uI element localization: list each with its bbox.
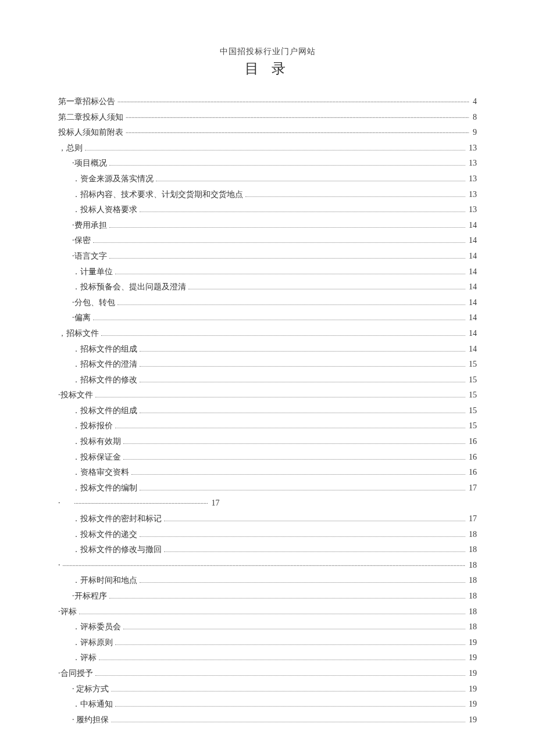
toc-entry: ．投标预备会、提出问题及澄清14 bbox=[58, 280, 477, 295]
toc-entry-text: · 定标方式 bbox=[72, 682, 109, 697]
toc-entry-page: 15 bbox=[468, 372, 477, 388]
toc-leader bbox=[109, 598, 466, 599]
toc-entry-page: 17 bbox=[468, 511, 477, 527]
toc-entry-text: ·开标程序 bbox=[72, 589, 107, 604]
toc-entry-page: 15 bbox=[468, 388, 477, 403]
toc-entry-page: 14 bbox=[468, 280, 477, 295]
toc-entry-text: ．招标文件的组成 bbox=[72, 342, 137, 357]
toc-entry-text: ．投标文件的递交 bbox=[72, 527, 137, 543]
toc-entry-text: 第二章投标人须知 bbox=[58, 110, 123, 126]
toc-entry-page: 18 bbox=[468, 589, 477, 604]
toc-entry-page: 17 bbox=[211, 496, 220, 511]
toc-entry-text: ．投标保证金 bbox=[72, 450, 121, 465]
toc-leader bbox=[123, 459, 465, 460]
toc-entry: ．投标文件的密封和标记17 bbox=[58, 511, 477, 527]
toc-leader bbox=[117, 96, 469, 104]
toc-entry-page: 15 bbox=[468, 357, 477, 372]
toc-leader bbox=[85, 150, 465, 151]
toc-entry-text: ．招标文件的修改 bbox=[72, 372, 137, 388]
toc-entry: ·投标文件15 bbox=[58, 388, 477, 403]
toc-entry-page: 16 bbox=[468, 465, 477, 481]
toc-entry-page: 4 bbox=[472, 94, 477, 110]
toc-leader bbox=[99, 660, 465, 660]
toc-entry: 第一章招标公告4 bbox=[58, 94, 477, 110]
toc-entry-page: 14 bbox=[468, 264, 477, 280]
toc-entry-page: 17 bbox=[468, 481, 477, 496]
toc-entry-page: 14 bbox=[468, 249, 477, 264]
toc-leader bbox=[109, 165, 466, 166]
toc-leader bbox=[123, 629, 465, 629]
toc-leader bbox=[164, 521, 465, 521]
toc-entry-text: ．投标文件的密封和标记 bbox=[72, 511, 162, 527]
toc-leader bbox=[140, 366, 465, 367]
toc-entry: ．投标文件的修改与撤回18 bbox=[58, 542, 477, 558]
toc-entry-page: 15 bbox=[468, 418, 477, 434]
toc-entry-page: 14 bbox=[468, 233, 477, 249]
toc-entry-page: 18 bbox=[468, 619, 477, 635]
toc-entry: ·18 bbox=[58, 558, 477, 574]
toc-entry: ．评标委员会18 bbox=[58, 619, 477, 635]
toc-entry-text: ·合同授予 bbox=[58, 666, 93, 682]
toc-entry: ．投标文件的递交18 bbox=[58, 527, 477, 543]
toc-entry-text: ·语言文字 bbox=[72, 249, 107, 264]
toc-entry: ．资格审交资料16 bbox=[58, 465, 477, 481]
toc-leader bbox=[111, 691, 465, 691]
toc-entry: ·合同授予19 bbox=[58, 666, 477, 682]
toc-entry: ·保密14 bbox=[58, 233, 477, 249]
toc-entry-page: 14 bbox=[468, 310, 477, 326]
toc-entry-page: 13 bbox=[468, 156, 477, 171]
toc-leader bbox=[74, 497, 208, 506]
toc-entry-page: 19 bbox=[468, 666, 477, 682]
toc-leader bbox=[245, 196, 465, 197]
toc-entry: ·项目概况13 bbox=[58, 156, 477, 171]
toc-entry: ．招标文件的澄清15 bbox=[58, 357, 477, 372]
toc-entry-text: ·分包、转包 bbox=[72, 295, 115, 311]
toc-entry-page: 13 bbox=[468, 141, 477, 156]
toc-leader bbox=[95, 397, 466, 397]
toc-title: 目 录 bbox=[58, 59, 477, 78]
toc-entry: ，招标文件14 bbox=[58, 326, 477, 342]
toc-entry-text: ．投标有效期 bbox=[72, 434, 121, 450]
toc-entry-text: ．评标原则 bbox=[72, 635, 113, 651]
toc-entry-page: 19 bbox=[468, 697, 477, 712]
toc-entry: ．投标文件的组成15 bbox=[58, 403, 477, 419]
toc-leader bbox=[109, 227, 466, 228]
toc-entry: 第二章投标人须知8 bbox=[58, 110, 477, 126]
toc-leader bbox=[79, 614, 466, 614]
toc-entry-text: ，招标文件 bbox=[58, 326, 99, 342]
toc-entry-page: 19 bbox=[468, 682, 477, 697]
toc-leader bbox=[93, 242, 466, 243]
toc-entry-text: ．评标委员会 bbox=[72, 619, 121, 635]
toc-entry: ．开标时间和地点18 bbox=[58, 573, 477, 589]
toc-entry-page: 14 bbox=[468, 218, 477, 234]
toc-entry-page: 18 bbox=[468, 558, 477, 574]
toc-entry-text: ·评标 bbox=[58, 604, 77, 620]
toc-entry-text: ．投标人资格要求 bbox=[72, 202, 137, 218]
toc-entry: ·分包、转包14 bbox=[58, 295, 477, 311]
toc-entry-page: 18 bbox=[468, 604, 477, 620]
toc-entry: ·评标18 bbox=[58, 604, 477, 620]
toc-leader bbox=[115, 274, 465, 274]
toc-entry: ·开标程序18 bbox=[58, 589, 477, 604]
toc-entry: ·偏离14 bbox=[58, 310, 477, 326]
toc-leader bbox=[63, 560, 466, 568]
toc-entry: ．招标内容、技术要求、计划交货期和交货地点13 bbox=[58, 187, 477, 203]
toc-leader bbox=[188, 289, 465, 289]
toc-leader bbox=[126, 112, 469, 120]
toc-entry-page: 8 bbox=[472, 110, 477, 126]
toc-leader bbox=[126, 127, 469, 135]
toc-entry: ．计量单位14 bbox=[58, 264, 477, 280]
toc-leader bbox=[115, 428, 465, 428]
toc-entry: ·费用承担14 bbox=[58, 218, 477, 234]
toc-leader bbox=[93, 320, 466, 320]
toc-leader bbox=[117, 304, 466, 305]
document-page: 中国招投标行业门户网站 目 录 第一章招标公告4第二章投标人须知8投标人须知前附… bbox=[0, 0, 535, 756]
toc-entry-text: ．中标通知 bbox=[72, 697, 113, 712]
toc-entry-text: ·保密 bbox=[72, 233, 91, 249]
toc-entry-page: 13 bbox=[468, 187, 477, 203]
toc-entry-page: 13 bbox=[468, 171, 477, 187]
toc-entry: ·语言文字14 bbox=[58, 249, 477, 264]
toc-entry-text: ．投标预备会、提出问题及澄清 bbox=[72, 280, 186, 295]
toc-leader bbox=[140, 413, 465, 413]
toc-entry: ．投标报价15 bbox=[58, 418, 477, 434]
